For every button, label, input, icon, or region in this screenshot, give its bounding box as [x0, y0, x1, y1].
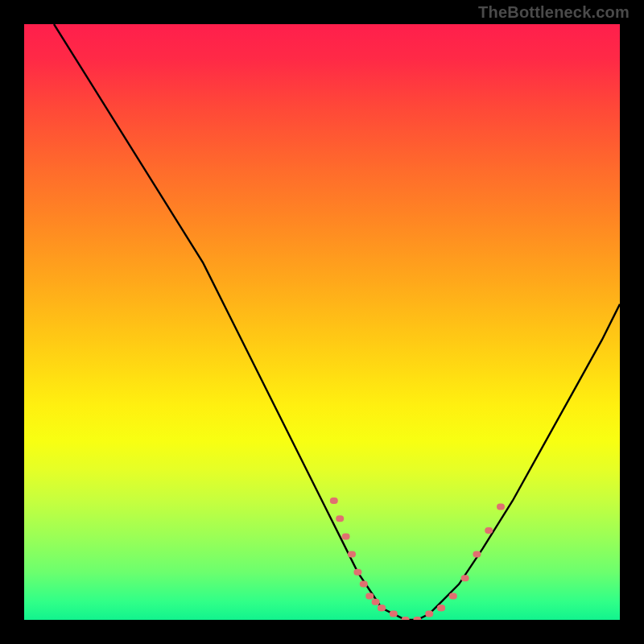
chart-frame: TheBottleneck.com [0, 0, 644, 644]
plot-area [24, 24, 620, 620]
dotted-marker [390, 611, 398, 617]
dotted-marker [353, 569, 361, 576]
dotted-marker [342, 533, 350, 539]
dotted-marker [425, 611, 433, 617]
dotted-marker [348, 551, 356, 558]
dotted-marker [330, 497, 338, 504]
dotted-marker [365, 592, 374, 599]
dotted-marker [497, 503, 505, 510]
bottleneck-curve [54, 24, 620, 620]
dotted-marker [437, 605, 445, 611]
curve-svg [24, 24, 620, 620]
dotted-marker [485, 527, 493, 534]
dotted-marker [372, 599, 380, 605]
dotted-marker [461, 575, 469, 581]
dotted-marker [336, 515, 344, 522]
dotted-marker [473, 551, 481, 558]
dotted-marker [413, 617, 421, 620]
dotted-marker [378, 605, 386, 611]
dotted-marker [402, 617, 410, 620]
dotted-overlay [330, 497, 505, 620]
dotted-marker [449, 592, 457, 599]
dotted-marker [360, 581, 368, 588]
watermark-text: TheBottleneck.com [478, 3, 630, 22]
